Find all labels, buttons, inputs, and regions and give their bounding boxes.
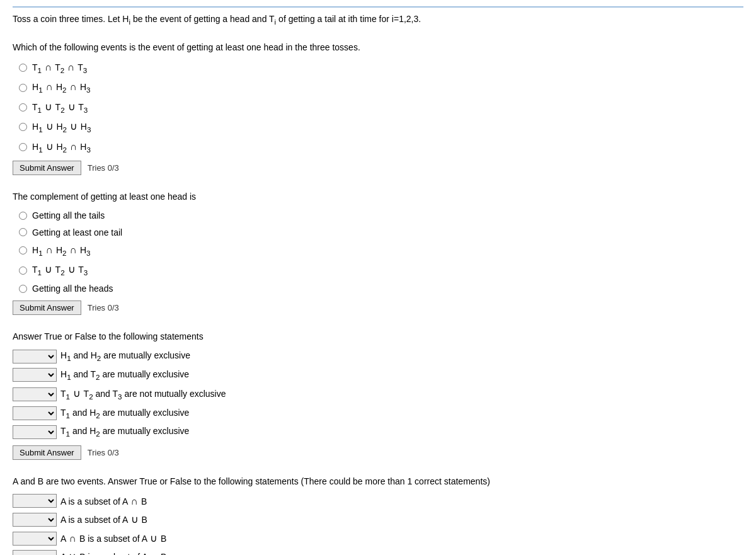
list-item: H1 ∪ H2 ∩ H3: [19, 139, 743, 156]
q2-option-a[interactable]: [19, 212, 27, 220]
q4-statements: True False A is a subset of A ∩ B True F…: [13, 493, 743, 555]
q3-label-e: T1 and H2 are mutually exclusive: [60, 424, 189, 440]
question-1: Which of the following events is the eve…: [13, 41, 743, 175]
list-item: True False T1 ∪ T2 and T3 are not mutual…: [13, 386, 743, 403]
q3-statements: True False H1 and H2 are mutually exclus…: [13, 348, 743, 440]
list-item: True False T1 and H2 are mutually exclus…: [13, 424, 743, 440]
q4-label-a: A is a subset of A ∩ B: [60, 493, 147, 510]
list-item: True False A is a subset of A ∩ B: [13, 493, 743, 510]
q1-label-e: H1 ∪ H2 ∩ H3: [32, 139, 91, 156]
q4-label-b: A is a subset of A ∪ B: [60, 512, 147, 528]
q2-label-c: H1 ∩ H2 ∩ H3: [32, 242, 90, 259]
q2-option-b[interactable]: [19, 228, 27, 236]
q2-option-d[interactable]: [19, 266, 27, 275]
q3-select-e[interactable]: True False: [13, 425, 57, 439]
question-4: A and B are two events. Answer True or F…: [13, 475, 743, 555]
list-item: Getting all the heads: [19, 282, 743, 295]
q2-label-e: Getting all the heads: [32, 282, 113, 295]
list-item: H1 ∩ H2 ∩ H3: [19, 79, 743, 96]
q3-select-a[interactable]: True False: [13, 350, 57, 363]
list-item: True False A ∩ B is a subset of A ∪ B: [13, 530, 743, 547]
q1-label-c: T1 ∪ T2 ∪ T3: [32, 99, 88, 116]
q3-select-d[interactable]: True False: [13, 406, 57, 420]
q3-submit-button[interactable]: Submit Answer: [13, 445, 81, 460]
q2-title: The complement of getting at least one h…: [13, 190, 743, 203]
q3-label-d: T1 and H2 are mutually exclusive: [60, 406, 189, 421]
q1-option-b[interactable]: [19, 84, 27, 92]
list-item: True False H1 and T2 are mutually exclus…: [13, 367, 743, 383]
q2-label-b: Getting at least one tail: [32, 226, 122, 239]
question-2: The complement of getting at least one h…: [13, 190, 743, 315]
list-item: H1 ∪ H2 ∪ H3: [19, 118, 743, 135]
q4-title: A and B are two events. Answer True or F…: [13, 475, 743, 488]
list-item: True False A is a subset of A ∪ B: [13, 512, 743, 528]
q2-label-d: T1 ∪ T2 ∪ T3: [32, 261, 88, 278]
q3-label-b: H1 and T2 are mutually exclusive: [60, 367, 189, 383]
q4-select-a[interactable]: True False: [13, 494, 57, 508]
list-item: True False T1 and H2 are mutually exclus…: [13, 406, 743, 421]
q3-submit-row: Submit Answer Tries 0/3: [13, 445, 743, 460]
q2-option-c[interactable]: [19, 246, 27, 255]
q1-options: T1 ∩ T2 ∩ T3 H1 ∩ H2 ∩ H3 T1 ∪ T2 ∪ T3 H…: [19, 59, 743, 156]
q1-option-d[interactable]: [19, 123, 27, 131]
q1-title: Which of the following events is the eve…: [13, 41, 743, 54]
q2-tries: Tries 0/3: [88, 303, 119, 312]
q4-select-d[interactable]: True False: [13, 550, 57, 555]
q3-label-c: T1 ∪ T2 and T3 are not mutually exclusiv…: [60, 386, 226, 403]
intro-text: Toss a coin three times. Let Hi be the e…: [13, 14, 743, 26]
q1-label-a: T1 ∩ T2 ∩ T3: [32, 59, 87, 76]
q2-label-a: Getting all the tails: [32, 209, 105, 222]
list-item: Getting at least one tail: [19, 226, 743, 239]
q3-title: Answer True or False to the following st…: [13, 330, 743, 343]
list-item: H1 ∩ H2 ∩ H3: [19, 242, 743, 259]
q3-select-c[interactable]: True False: [13, 387, 57, 401]
q4-label-c: A ∩ B is a subset of A ∪ B: [60, 530, 166, 547]
top-border: [13, 6, 743, 8]
q1-submit-row: Submit Answer Tries 0/3: [13, 161, 743, 175]
q3-tries: Tries 0/3: [88, 448, 119, 457]
list-item: Getting all the tails: [19, 209, 743, 222]
q1-option-a[interactable]: [19, 64, 27, 72]
q1-option-e[interactable]: [19, 143, 27, 151]
list-item: T1 ∪ T2 ∪ T3: [19, 99, 743, 116]
q3-select-b[interactable]: True False: [13, 368, 57, 382]
q1-option-c[interactable]: [19, 103, 27, 112]
q4-select-c[interactable]: True False: [13, 532, 57, 546]
q1-tries: Tries 0/3: [88, 163, 119, 173]
q1-submit-button[interactable]: Submit Answer: [13, 161, 81, 175]
q2-submit-row: Submit Answer Tries 0/3: [13, 300, 743, 315]
q2-option-e[interactable]: [19, 285, 27, 293]
q2-submit-button[interactable]: Submit Answer: [13, 300, 81, 315]
q2-options: Getting all the tails Getting at least o…: [19, 209, 743, 295]
intro-section: Toss a coin three times. Let Hi be the e…: [13, 14, 743, 26]
list-item: True False H1 and H2 are mutually exclus…: [13, 348, 743, 364]
question-3: Answer True or False to the following st…: [13, 330, 743, 459]
q3-label-a: H1 and H2 are mutually exclusive: [60, 348, 190, 364]
list-item: T1 ∩ T2 ∩ T3: [19, 59, 743, 76]
q1-label-d: H1 ∪ H2 ∪ H3: [32, 118, 91, 135]
q4-label-d: A ∪ B is a subset of A ∩ B: [60, 549, 166, 555]
list-item: True False A ∪ B is a subset of A ∩ B: [13, 549, 743, 555]
list-item: T1 ∪ T2 ∪ T3: [19, 261, 743, 278]
q4-select-b[interactable]: True False: [13, 513, 57, 527]
q1-label-b: H1 ∩ H2 ∩ H3: [32, 79, 90, 96]
